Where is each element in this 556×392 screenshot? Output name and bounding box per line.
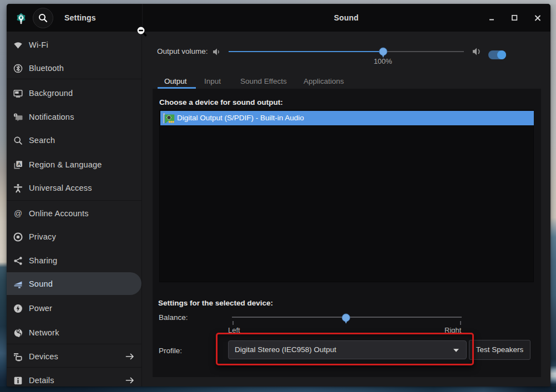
svg-text:@: @ bbox=[14, 209, 22, 218]
svg-text:A: A bbox=[17, 161, 21, 166]
